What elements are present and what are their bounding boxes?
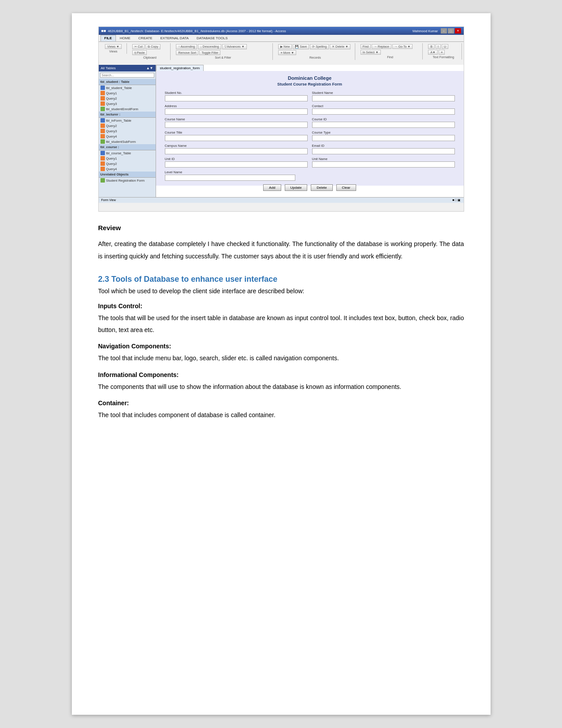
select-btn[interactable]: In Select ▼ — [361, 50, 381, 55]
tab-create[interactable]: CREATE — [134, 35, 156, 41]
nav-item-q3b[interactable]: Query3 — [99, 128, 156, 134]
statusbar-text: Form View — [101, 198, 116, 202]
label-unit-id: Unit ID — [165, 157, 308, 161]
titlebar-text: 462IUBB8_B1_/testtech: Database- E:/test… — [108, 29, 286, 33]
nav-item-student-table[interactable]: tbl_student_Table — [99, 85, 156, 90]
delete-btn[interactable]: ✕ Delete ▼ — [330, 44, 350, 49]
subsection-inputs: Inputs Control: The tools that will be u… — [98, 302, 464, 336]
nav-item-q4c[interactable]: Query4 — [99, 166, 156, 172]
goto-btn[interactable]: → Go To ▼ — [392, 44, 413, 49]
field-student-no: Student No. — [165, 91, 308, 101]
nav-item-q2c[interactable]: Query2 — [99, 161, 156, 166]
ribbon-tabs: FILE HOME CREATE EXTERNAL DATA DATABASE … — [99, 35, 464, 42]
nav-panel: All Tables ▲▼ tbl_student : Table tbl_st… — [99, 65, 156, 197]
nav-panel-header: All Tables ▲▼ — [99, 65, 156, 71]
label-student-no: Student No. — [165, 91, 308, 95]
page: ■■ 462IUBB8_B1_/testtech: Database- E:/t… — [72, 13, 491, 715]
nav-section-unrelated[interactable]: Unrelated Objects — [99, 172, 156, 178]
align-btn[interactable]: ≡ — [439, 50, 445, 55]
nav-item-q4[interactable]: Query4 — [99, 134, 156, 139]
field-email-id: Email ID — [312, 144, 455, 154]
italic-btn[interactable]: I — [435, 44, 441, 49]
form-title: Student Course Registration Form — [165, 82, 455, 86]
form-college-title: Dominican College — [165, 75, 455, 81]
input-student-name[interactable] — [312, 95, 455, 101]
replace-btn[interactable]: → Replace — [372, 44, 391, 49]
underline-btn[interactable]: U — [442, 44, 448, 49]
nav-search-input[interactable] — [100, 73, 154, 78]
nav-panel-title: All Tables — [101, 66, 116, 70]
ribbon-group-clipboard: ✂ Cut ⧉ Copy ⎗ Paste Clipboard — [130, 43, 171, 60]
input-course-name[interactable] — [165, 122, 308, 128]
field-course-id: Course ID — [312, 117, 455, 128]
form-row-6: Unit ID Unit Name — [165, 157, 455, 168]
filter-btn[interactable]: ▽ Advances ▼ — [222, 44, 247, 49]
nav-item-lecturer-table[interactable]: tbl_inForm_Table — [99, 118, 156, 123]
tab-file[interactable]: FILE — [100, 35, 116, 41]
input-student-no[interactable] — [165, 95, 308, 101]
font-color-btn[interactable]: A▼ — [428, 50, 438, 55]
field-course-title: Course Title — [165, 131, 308, 141]
nav-item-query1[interactable]: Query1 — [99, 90, 156, 96]
section-23-heading: 2.3 Tools of Database to enhance user in… — [98, 275, 464, 284]
subsection-informational-text: The components that will use to show the… — [98, 381, 464, 393]
add-button[interactable]: Add — [263, 184, 281, 191]
more-btn[interactable]: ≡ More ▼ — [278, 50, 296, 55]
descending-btn[interactable]: ↓ Descending — [198, 44, 221, 49]
ascending-btn[interactable]: ↑ Ascending — [176, 44, 197, 49]
ribbon-group-records: ▶ New 💾 Save ⟳ Spelling ✕ Delete ▼ ≡ Mor… — [275, 43, 355, 60]
nav-item-enroll-form[interactable]: tbl_studentEnrollForm — [99, 106, 156, 112]
delete-button[interactable]: Delete — [311, 184, 332, 191]
review-heading: Review — [98, 224, 464, 231]
nav-item-query2[interactable]: Query2 — [99, 96, 156, 101]
tab-external-data[interactable]: EXTERNAL DATA — [156, 35, 193, 41]
form-tab[interactable]: student_registration_form — [156, 65, 204, 71]
nav-section-course[interactable]: tbl_course : — [99, 144, 156, 150]
nav-item-subform[interactable]: tbl_studentSubForm — [99, 139, 156, 144]
bold-btn[interactable]: B — [428, 44, 435, 49]
field-contact: Contact — [312, 104, 455, 115]
access-statusbar: Form View ■ □ ▣ — [99, 197, 464, 203]
input-address[interactable] — [165, 108, 308, 115]
remove-filter-btn[interactable]: Remove Sort — [176, 50, 198, 55]
input-course-id[interactable] — [312, 122, 455, 128]
save-btn[interactable]: 💾 Save — [293, 44, 309, 49]
input-contact[interactable] — [312, 108, 455, 115]
toggle-filter-btn[interactable]: Toggle Filter — [199, 50, 220, 55]
input-unit-id[interactable] — [165, 161, 308, 168]
access-titlebar: ■■ 462IUBB8_B1_/testtech: Database- E:/t… — [99, 27, 464, 35]
nav-item-q1c[interactable]: Query1 — [99, 156, 156, 161]
views-btn[interactable]: Views ▼ — [105, 44, 121, 49]
paste-btn[interactable]: ⎗ Paste — [132, 50, 147, 55]
subsection-inputs-heading: Inputs Control: — [98, 302, 464, 310]
label-course-type: Course Type — [312, 131, 455, 134]
field-empty — [300, 170, 455, 181]
nav-section-lecturer[interactable]: tbl_lecturer : — [99, 112, 156, 118]
close-button[interactable]: ✕ — [455, 28, 461, 34]
update-button[interactable]: Update — [285, 184, 308, 191]
nav-item-student-reg[interactable]: Student Registration Form — [99, 178, 156, 183]
find-btn[interactable]: Find — [361, 44, 371, 49]
refresh-btn[interactable]: ⟳ Spelling — [310, 44, 329, 49]
input-email-id[interactable] — [312, 148, 455, 154]
nav-item-query3[interactable]: Query3 — [99, 101, 156, 106]
nav-panel-expand-icon[interactable]: ▲▼ — [146, 66, 153, 70]
input-unit-name[interactable] — [312, 161, 455, 168]
field-address: Address — [165, 104, 308, 115]
copy-btn[interactable]: ⧉ Copy — [145, 44, 160, 49]
input-level-name[interactable] — [165, 175, 295, 181]
cut-btn[interactable]: ✂ Cut — [132, 44, 145, 49]
input-course-type[interactable] — [312, 135, 455, 141]
nav-section-student[interactable]: tbl_student : Table — [99, 79, 156, 85]
clear-button[interactable]: Clear — [336, 184, 356, 191]
maximize-button[interactable]: □ — [448, 28, 454, 34]
nav-item-course-table[interactable]: tbl_course_Table — [99, 150, 156, 156]
nav-item-q2b[interactable]: Query2 — [99, 123, 156, 128]
input-campus-name[interactable] — [165, 148, 308, 154]
tab-home[interactable]: HOME — [116, 35, 134, 41]
form-row-3: Course Name Course ID — [165, 117, 455, 128]
minimize-button[interactable]: − — [441, 28, 447, 34]
new-btn[interactable]: ▶ New — [278, 44, 292, 49]
tab-database-tools[interactable]: DATABASE TOOLS — [193, 35, 232, 41]
input-course-title[interactable] — [165, 135, 308, 141]
